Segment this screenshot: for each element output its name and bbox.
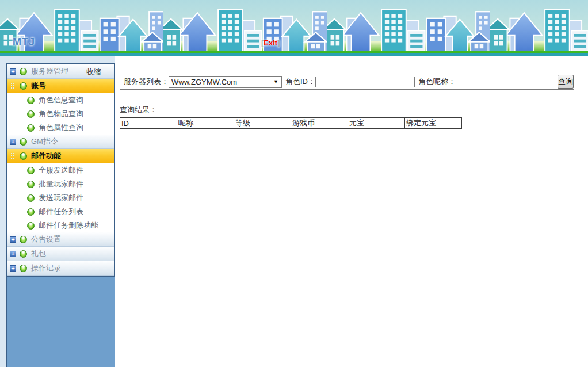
sidebar-item[interactable]: 全服发送邮件 bbox=[7, 163, 114, 177]
sidebar-item[interactable]: 角色信息查询 bbox=[7, 93, 114, 107]
nickname-label: 角色呢称： bbox=[418, 77, 456, 87]
top-banner: MTJ [Exit] bbox=[0, 0, 588, 56]
expand-plus-icon[interactable]: + bbox=[10, 265, 16, 272]
sidebar-item[interactable]: 批量玩家邮件 bbox=[7, 177, 114, 191]
role-id-input[interactable] bbox=[315, 77, 415, 87]
sidebar-item-label: 角色属性查询 bbox=[39, 123, 83, 133]
result-table: ID呢称等级游戏币元宝绑定元宝 bbox=[120, 117, 462, 129]
exit-label: Exit bbox=[264, 39, 277, 47]
green-orb-icon bbox=[20, 265, 27, 272]
green-orb-icon bbox=[20, 138, 27, 146]
main-content: 服务器列表： Www.ZGYMW.Com ▼ 角色ID： 角色呢称： 查询 查询… bbox=[115, 56, 588, 367]
table-header-cell: 呢称 bbox=[177, 118, 234, 129]
sidebar-item[interactable]: 邮件任务列表 bbox=[7, 205, 114, 219]
green-orb-icon bbox=[27, 110, 35, 118]
green-orb-icon bbox=[27, 124, 35, 132]
sidebar-item[interactable]: 账号 bbox=[7, 79, 114, 93]
sidebar-item-label: 公告设置 bbox=[31, 234, 61, 244]
sidebar-item[interactable]: 邮件任务删除功能 bbox=[7, 219, 114, 232]
sidebar-item[interactable]: +服务器管理收缩 bbox=[7, 64, 114, 79]
green-orb-icon bbox=[20, 152, 27, 160]
sidebar-item-label: 角色信息查询 bbox=[39, 95, 83, 105]
logo: MTJ bbox=[13, 36, 35, 48]
exit-link[interactable]: [Exit] bbox=[261, 39, 280, 47]
table-header-cell: 绑定元宝 bbox=[405, 118, 462, 129]
sidebar-menu: +服务器管理收缩账号角色信息查询角色物品查询角色属性查询+GM指令邮件功能全服发… bbox=[7, 64, 115, 277]
sidebar-item-label: 礼包 bbox=[31, 249, 46, 259]
expand-plus-icon[interactable]: + bbox=[10, 68, 16, 75]
sidebar-item-label: 邮件功能 bbox=[31, 151, 61, 161]
table-header-cell: 等级 bbox=[234, 118, 291, 129]
green-orb-icon bbox=[27, 97, 35, 104]
expand-plus-icon[interactable]: + bbox=[10, 236, 16, 243]
sidebar-item-label: 账号 bbox=[31, 81, 46, 91]
sidebar-item[interactable]: 角色属性查询 bbox=[7, 121, 114, 135]
sidebar-item[interactable]: 发送玩家邮件 bbox=[7, 191, 114, 205]
sidebar-item-label: 角色物品查询 bbox=[39, 109, 83, 119]
sidebar-item-label: GM指令 bbox=[31, 136, 58, 147]
sidebar-item[interactable]: +操作记录 bbox=[7, 261, 114, 276]
exit-bracket-close: ] bbox=[277, 39, 280, 47]
green-orb-icon bbox=[27, 194, 35, 202]
green-orb-icon bbox=[20, 250, 27, 258]
query-button[interactable]: 查询 bbox=[558, 75, 574, 89]
collapse-link[interactable]: 收缩 bbox=[86, 67, 101, 77]
table-header-cell: 游戏币 bbox=[291, 118, 348, 129]
sidebar-item[interactable]: +公告设置 bbox=[7, 232, 114, 247]
sidebar-item-label: 邮件任务删除功能 bbox=[39, 220, 98, 231]
server-list-label: 服务器列表： bbox=[124, 77, 169, 87]
sidebar-item-label: 操作记录 bbox=[31, 263, 61, 273]
green-orb-icon bbox=[20, 82, 27, 90]
sidebar-item-label: 发送玩家邮件 bbox=[39, 193, 83, 203]
role-id-label: 角色ID： bbox=[285, 77, 315, 87]
table-header-cell: ID bbox=[120, 118, 177, 129]
green-orb-icon bbox=[20, 236, 27, 243]
green-orb-icon bbox=[20, 68, 27, 75]
dropdown-arrow-icon: ▼ bbox=[273, 79, 281, 85]
nickname-input[interactable] bbox=[456, 77, 555, 87]
sidebar-item[interactable]: +GM指令 bbox=[7, 135, 114, 149]
sidebar-item[interactable]: 角色物品查询 bbox=[7, 107, 114, 121]
sidebar-item-label: 批量玩家邮件 bbox=[39, 179, 83, 189]
query-form: 服务器列表： Www.ZGYMW.Com ▼ 角色ID： 角色呢称： 查询 bbox=[120, 74, 574, 90]
sidebar: +服务器管理收缩账号角色信息查询角色物品查询角色属性查询+GM指令邮件功能全服发… bbox=[0, 56, 115, 367]
sidebar-box: +服务器管理收缩账号角色信息查询角色物品查询角色属性查询+GM指令邮件功能全服发… bbox=[6, 63, 115, 367]
green-orb-icon bbox=[27, 167, 35, 174]
result-label: 查询结果： bbox=[120, 105, 157, 115]
sidebar-item[interactable]: +礼包 bbox=[7, 247, 114, 261]
grip-dots-icon bbox=[10, 82, 16, 90]
sidebar-item-label: 邮件任务列表 bbox=[39, 207, 83, 217]
green-orb-icon bbox=[27, 181, 35, 188]
table-header-cell: 元宝 bbox=[348, 118, 405, 129]
green-orb-icon bbox=[27, 222, 35, 230]
sidebar-item-label: 全服发送邮件 bbox=[39, 165, 83, 175]
grip-dots-icon bbox=[10, 152, 16, 160]
server-select-value: Www.ZGYMW.Com bbox=[169, 78, 273, 86]
sidebar-item[interactable]: 邮件功能 bbox=[7, 149, 114, 163]
server-select[interactable]: Www.ZGYMW.Com ▼ bbox=[169, 76, 282, 88]
expand-plus-icon[interactable]: + bbox=[10, 139, 16, 145]
sidebar-item-label: 服务器管理 bbox=[31, 66, 68, 77]
table-header-row: ID呢称等级游戏币元宝绑定元宝 bbox=[120, 118, 462, 129]
expand-plus-icon[interactable]: + bbox=[10, 251, 16, 257]
green-orb-icon bbox=[27, 208, 35, 216]
